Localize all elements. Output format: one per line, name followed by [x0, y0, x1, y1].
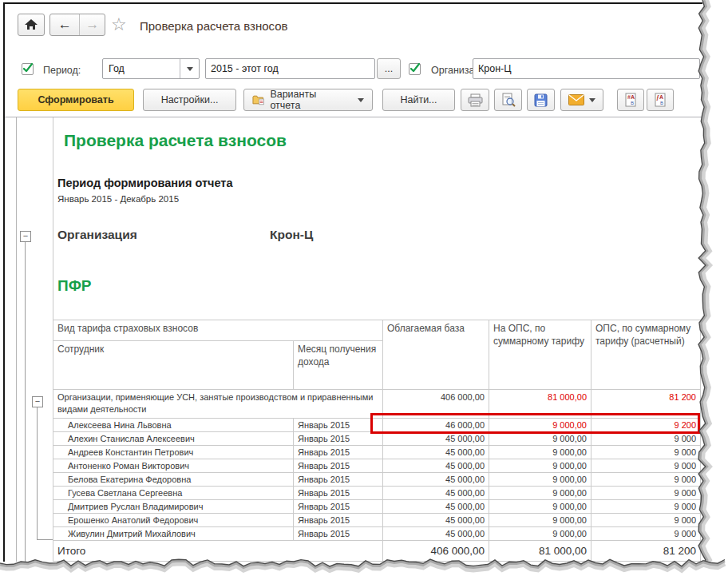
- forward-button[interactable]: →: [80, 14, 105, 35]
- back-button[interactable]: ←: [50, 14, 80, 35]
- base-cell[interactable]: 45 000,00: [383, 499, 489, 513]
- table-row[interactable]: Алехин Станислав Алексеевич Январь 2015 …: [53, 431, 701, 445]
- organization-checkbox[interactable]: [409, 63, 421, 75]
- period-label: Период:: [43, 65, 81, 76]
- torn-edge-right: [696, 0, 728, 584]
- ops-cell[interactable]: 9 000,00: [489, 486, 592, 499]
- window-border-top: [3, 2, 702, 4]
- base-cell[interactable]: 45 000,00: [383, 526, 489, 540]
- print-button[interactable]: [461, 89, 489, 111]
- collapse-organization-group[interactable]: −: [20, 231, 31, 242]
- ops-calc-cell[interactable]: 81 200: [592, 390, 701, 419]
- base-cell[interactable]: 45 000,00: [383, 459, 489, 472]
- header-base: Облагаемая база: [383, 320, 489, 390]
- employee-cell[interactable]: Белова Екатерина Федоровна: [53, 472, 294, 486]
- torn-edge-bottom: [0, 557, 728, 584]
- base-cell[interactable]: 45 000,00: [383, 445, 489, 459]
- month-cell[interactable]: Январь 2015: [294, 486, 383, 499]
- table-row[interactable]: Гусева Светлана Сергеевна Январь 2015 45…: [53, 486, 701, 499]
- save-button[interactable]: [527, 89, 555, 111]
- table-row[interactable]: Андреев Константин Петрович Январь 2015 …: [53, 445, 701, 459]
- table-row[interactable]: Алексеева Нина Львовна Январь 2015 46 00…: [53, 418, 701, 431]
- month-cell[interactable]: Январь 2015: [294, 418, 383, 431]
- send-email-button[interactable]: [560, 89, 603, 111]
- header-tariff-type: Вид тарифа страховых взносов: [53, 320, 383, 341]
- employee-cell[interactable]: Гусева Светлана Сергеевна: [53, 486, 294, 499]
- month-cell[interactable]: Январь 2015: [294, 499, 383, 513]
- save-icon: [534, 93, 548, 107]
- organization-input[interactable]: [473, 58, 700, 79]
- header-settings-button[interactable]: #A B: [617, 89, 644, 111]
- ops-cell[interactable]: 9 000,00: [489, 459, 592, 472]
- employee-cell[interactable]: Андреев Константин Петрович: [53, 445, 294, 459]
- employee-cell[interactable]: Алексеева Нина Львовна: [53, 418, 294, 431]
- ops-cell[interactable]: 9 000,00: [489, 526, 592, 540]
- ops-calc-cell[interactable]: 9 000: [592, 431, 701, 445]
- report-variants-button[interactable]: Варианты отчета: [243, 89, 373, 111]
- base-cell[interactable]: 45 000,00: [383, 472, 489, 486]
- ops-cell[interactable]: 9 000,00: [489, 513, 592, 526]
- ops-calc-cell[interactable]: 9 000: [592, 445, 701, 459]
- month-cell[interactable]: Январь 2015: [294, 513, 383, 526]
- svg-text:B: B: [631, 101, 634, 105]
- ops-cell[interactable]: 81 000,00: [489, 390, 592, 419]
- ops-calc-cell[interactable]: 9 000: [592, 526, 701, 540]
- chevron-down-icon: [358, 98, 364, 102]
- month-cell[interactable]: Январь 2015: [294, 472, 383, 486]
- employee-cell[interactable]: Ерошенко Анатолий Федорович: [53, 513, 294, 526]
- table-row[interactable]: Ерошенко Анатолий Федорович Январь 2015 …: [53, 513, 701, 526]
- ops-calc-cell[interactable]: 9 200: [592, 418, 701, 431]
- ops-calc-cell[interactable]: 9 000: [592, 459, 701, 472]
- chevron-down-icon: [589, 98, 595, 102]
- period-value-input[interactable]: [205, 58, 375, 79]
- ops-cell[interactable]: 9 000,00: [489, 431, 592, 445]
- table-row[interactable]: Дмитриев Руслан Владимирович Январь 2015…: [53, 499, 701, 513]
- window-border-left: [3, 2, 5, 562]
- month-cell[interactable]: Январь 2015: [294, 431, 383, 445]
- base-cell[interactable]: 45 000,00: [383, 486, 489, 499]
- settings-button[interactable]: Настройки...: [143, 89, 236, 111]
- month-cell[interactable]: Январь 2015: [294, 526, 383, 540]
- select-dropdown-zone[interactable]: [180, 59, 199, 78]
- month-cell[interactable]: Январь 2015: [294, 459, 383, 472]
- base-cell[interactable]: 45 000,00: [383, 431, 489, 445]
- report-title: Проверка расчета взносов: [64, 131, 287, 150]
- table-row[interactable]: Белова Екатерина Федоровна Январь 2015 4…: [53, 472, 701, 486]
- footer-settings-button[interactable]: ƒA B: [647, 89, 674, 111]
- find-button[interactable]: Найти...: [382, 89, 455, 111]
- employee-cell[interactable]: Дмитриев Руслан Владимирович: [53, 499, 294, 513]
- period-type-select[interactable]: Год: [102, 58, 200, 79]
- header-employee: Сотрудник: [53, 341, 294, 390]
- table-row[interactable]: Живулин Дмитрий Михайлович Январь 2015 4…: [53, 526, 701, 540]
- group-row[interactable]: Организации, применяющие УСН, занятые пр…: [53, 390, 701, 419]
- page-footer-icon: ƒA B: [654, 93, 667, 107]
- ops-calc-cell[interactable]: 9 000: [592, 486, 701, 499]
- collapse-tariff-group[interactable]: −: [32, 396, 43, 407]
- employee-cell[interactable]: Алехин Станислав Алексеевич: [53, 431, 294, 445]
- period-checkbox[interactable]: [22, 63, 34, 75]
- toolbar-separator: [5, 117, 702, 117]
- favorite-star-icon[interactable]: ☆: [111, 16, 127, 34]
- group-name-cell[interactable]: Организации, применяющие УСН, занятые пр…: [53, 390, 383, 419]
- period-more-button[interactable]: ...: [377, 58, 401, 79]
- header-ops: На ОПС, по суммарному тарифу: [489, 320, 592, 390]
- ops-calc-cell[interactable]: 9 000: [592, 499, 701, 513]
- employee-cell[interactable]: Живулин Дмитрий Михайлович: [53, 526, 294, 540]
- base-cell[interactable]: 46 000,00: [383, 418, 489, 431]
- base-cell[interactable]: 45 000,00: [383, 513, 489, 526]
- employee-cell[interactable]: Антоненко Роман Викторович: [53, 459, 294, 472]
- period-type-value: Год: [103, 63, 180, 74]
- report-section-title: ПФР: [57, 277, 92, 295]
- generate-button[interactable]: Сформировать: [18, 89, 134, 111]
- ops-cell[interactable]: 9 000,00: [489, 418, 592, 431]
- ops-calc-cell[interactable]: 9 000: [592, 472, 701, 486]
- base-cell[interactable]: 406 000,00: [383, 390, 489, 419]
- ops-cell[interactable]: 9 000,00: [489, 472, 592, 486]
- print-preview-button[interactable]: [494, 89, 522, 111]
- home-button[interactable]: [18, 14, 45, 36]
- ops-cell[interactable]: 9 000,00: [489, 499, 592, 513]
- ops-calc-cell[interactable]: 9 000: [592, 513, 701, 526]
- month-cell[interactable]: Январь 2015: [294, 445, 383, 459]
- table-row[interactable]: Антоненко Роман Викторович Январь 2015 4…: [53, 459, 701, 472]
- ops-cell[interactable]: 9 000,00: [489, 445, 592, 459]
